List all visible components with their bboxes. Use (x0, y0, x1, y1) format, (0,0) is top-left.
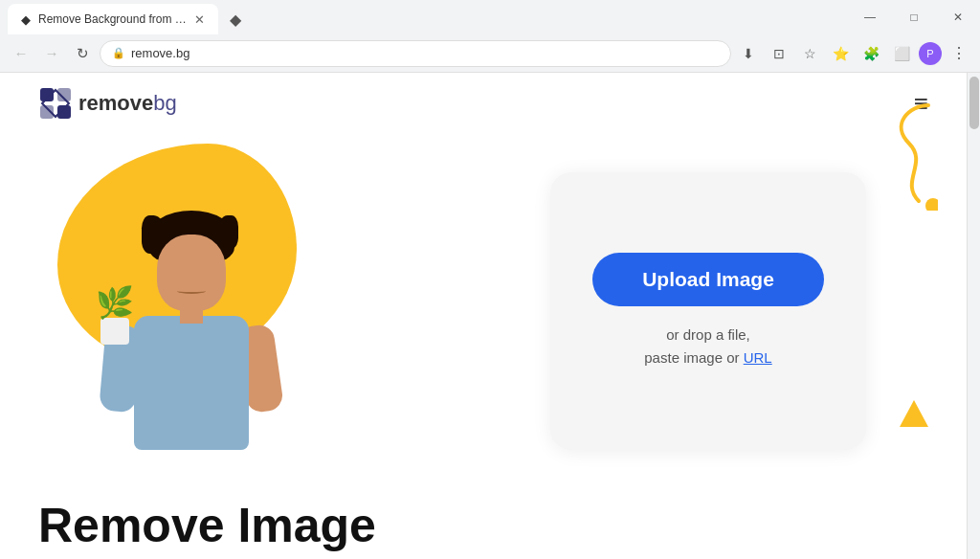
scrollbar[interactable] (967, 73, 980, 559)
address-bar[interactable]: 🔒 remove.bg (100, 40, 731, 67)
reload-button[interactable]: ↻ (69, 40, 96, 67)
upload-card[interactable]: Upload Image or drop a file, paste image… (550, 172, 866, 450)
svg-marker-6 (900, 400, 928, 427)
menu-icon[interactable]: ⋮ (946, 40, 972, 67)
squiggle-decoration (880, 96, 938, 214)
triangle-decoration (900, 400, 928, 431)
logo-icon (38, 86, 73, 121)
profile-avatar[interactable]: P (919, 42, 942, 65)
tab-title: Remove Background from Im... (38, 12, 187, 26)
tab-favicon: ◆ (21, 12, 31, 27)
lock-icon: 🔒 (112, 47, 125, 59)
forward-button[interactable]: → (38, 40, 65, 67)
upload-image-button[interactable]: Upload Image (592, 253, 824, 306)
svg-point-5 (925, 198, 938, 211)
minimize-button[interactable]: — (848, 0, 892, 34)
bookmark-icon[interactable]: ⭐ (827, 40, 854, 67)
url-text: remove.bg (131, 46, 189, 60)
hero-text-block: Remove Image Background 100% Automatical… (38, 500, 459, 559)
download-icon[interactable]: ⬇ (735, 40, 762, 67)
close-button[interactable]: ✕ (936, 0, 980, 34)
upload-drop-text: or drop a file, paste image or URL (644, 324, 771, 369)
split-view-icon[interactable]: ⬜ (888, 40, 915, 67)
site-logo[interactable]: removebg (38, 86, 177, 121)
hero-heading: Remove Image Background (38, 500, 459, 559)
cast-icon[interactable]: ⊡ (766, 40, 792, 67)
back-button[interactable]: ← (8, 40, 34, 67)
url-link[interactable]: URL (744, 349, 772, 366)
site-nav: removebg ≡ (0, 73, 967, 134)
tab-close-icon[interactable]: ✕ (194, 12, 205, 27)
new-tab-icon: ◆ (230, 11, 241, 29)
upload-area: Upload Image or drop a file, paste image… (479, 134, 938, 450)
logo-text: removebg (78, 91, 177, 116)
maximize-button[interactable]: □ (892, 0, 936, 34)
hero-person-illustration: 🌿 (91, 211, 292, 469)
extensions-icon[interactable]: 🧩 (858, 40, 884, 67)
new-tab-button[interactable]: ◆ (218, 4, 253, 34)
active-tab[interactable]: ◆ Remove Background from Im... ✕ (8, 4, 218, 34)
star-icon[interactable]: ☆ (796, 40, 823, 67)
scrollbar-thumb[interactable] (969, 77, 979, 129)
